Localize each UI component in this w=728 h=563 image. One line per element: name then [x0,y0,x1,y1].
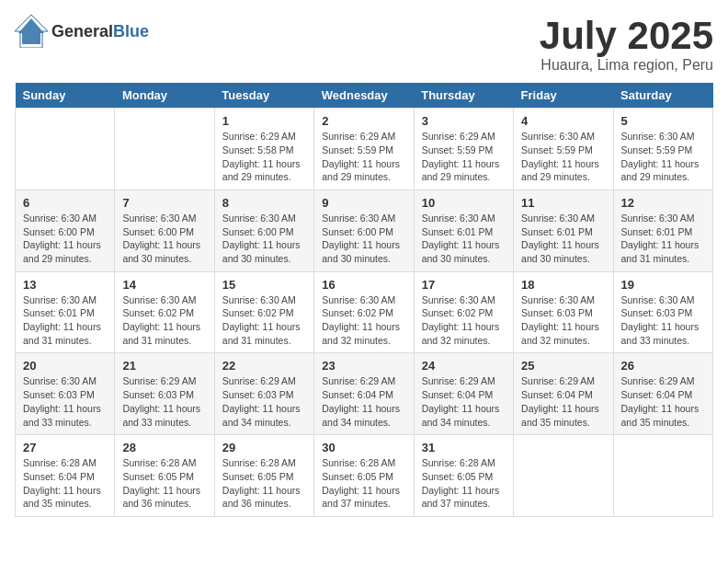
day-detail: Sunrise: 6:29 AM Sunset: 5:58 PM Dayligh… [222,130,306,184]
calendar-cell: 11Sunrise: 6:30 AM Sunset: 6:01 PM Dayli… [514,190,613,271]
calendar-cell: 31Sunrise: 6:28 AM Sunset: 6:05 PM Dayli… [414,435,513,517]
day-detail: Sunrise: 6:28 AM Sunset: 6:05 PM Dayligh… [222,456,306,511]
day-number: 27 [23,441,107,454]
calendar-cell: 19Sunrise: 6:30 AM Sunset: 6:03 PM Dayli… [613,271,712,353]
day-number: 28 [122,441,206,454]
day-detail: Sunrise: 6:29 AM Sunset: 6:03 PM Dayligh… [222,374,306,429]
calendar-cell: 30Sunrise: 6:28 AM Sunset: 6:05 PM Dayli… [314,435,414,517]
day-number: 25 [521,359,605,373]
calendar-cell [115,109,214,190]
title-block: July 2025 Huaura, Lima region, Peru [540,15,713,74]
day-detail: Sunrise: 6:30 AM Sunset: 6:01 PM Dayligh… [621,212,705,266]
calendar-cell [16,109,115,190]
day-number: 1 [222,114,306,128]
day-detail: Sunrise: 6:28 AM Sunset: 6:05 PM Dayligh… [422,456,506,511]
day-detail: Sunrise: 6:30 AM Sunset: 6:02 PM Dayligh… [122,293,206,348]
calendar-cell: 18Sunrise: 6:30 AM Sunset: 6:03 PM Dayli… [514,271,613,353]
day-number: 26 [621,359,705,373]
day-detail: Sunrise: 6:30 AM Sunset: 6:02 PM Dayligh… [222,293,306,348]
calendar-cell: 7Sunrise: 6:30 AM Sunset: 6:00 PM Daylig… [115,190,214,271]
calendar-cell: 27Sunrise: 6:28 AM Sunset: 6:04 PM Dayli… [16,435,115,517]
logo-icon [15,15,48,48]
day-number: 30 [322,441,405,454]
calendar-table: SundayMondayTuesdayWednesdayThursdayFrid… [15,83,713,517]
day-detail: Sunrise: 6:30 AM Sunset: 6:03 PM Dayligh… [621,293,705,348]
day-detail: Sunrise: 6:30 AM Sunset: 6:02 PM Dayligh… [322,293,405,348]
day-number: 21 [122,359,206,373]
weekday-header-cell: Monday [115,83,214,109]
calendar-cell: 26Sunrise: 6:29 AM Sunset: 6:04 PM Dayli… [613,353,712,435]
day-detail: Sunrise: 6:28 AM Sunset: 6:04 PM Dayligh… [23,456,107,511]
calendar-body: 1Sunrise: 6:29 AM Sunset: 5:58 PM Daylig… [16,109,713,517]
day-number: 23 [322,359,405,373]
day-detail: Sunrise: 6:30 AM Sunset: 6:03 PM Dayligh… [23,374,107,429]
weekday-header-row: SundayMondayTuesdayWednesdayThursdayFrid… [16,83,713,109]
logo-general: General [51,22,113,41]
day-detail: Sunrise: 6:29 AM Sunset: 6:04 PM Dayligh… [621,374,705,429]
day-detail: Sunrise: 6:30 AM Sunset: 6:01 PM Dayligh… [23,293,107,348]
calendar-cell: 14Sunrise: 6:30 AM Sunset: 6:02 PM Dayli… [115,271,214,353]
day-detail: Sunrise: 6:30 AM Sunset: 6:01 PM Dayligh… [422,212,506,266]
calendar-cell: 6Sunrise: 6:30 AM Sunset: 6:00 PM Daylig… [16,190,115,271]
calendar-cell: 5Sunrise: 6:30 AM Sunset: 5:59 PM Daylig… [613,109,712,190]
logo-blue: Blue [113,22,149,41]
calendar-cell: 17Sunrise: 6:30 AM Sunset: 6:02 PM Dayli… [414,271,513,353]
calendar-cell: 21Sunrise: 6:29 AM Sunset: 6:03 PM Dayli… [115,353,214,435]
day-number: 7 [122,196,206,210]
day-detail: Sunrise: 6:30 AM Sunset: 6:03 PM Dayligh… [521,293,605,348]
logo-text: General Blue [51,22,149,41]
day-number: 13 [23,278,107,292]
day-detail: Sunrise: 6:29 AM Sunset: 6:04 PM Dayligh… [422,374,506,429]
calendar-cell: 13Sunrise: 6:30 AM Sunset: 6:01 PM Dayli… [16,271,115,353]
calendar-cell: 29Sunrise: 6:28 AM Sunset: 6:05 PM Dayli… [214,435,313,517]
calendar-week-row: 1Sunrise: 6:29 AM Sunset: 5:58 PM Daylig… [16,109,713,190]
day-number: 18 [521,278,605,292]
day-detail: Sunrise: 6:29 AM Sunset: 6:03 PM Dayligh… [122,374,206,429]
day-number: 14 [122,278,206,292]
calendar-cell: 24Sunrise: 6:29 AM Sunset: 6:04 PM Dayli… [414,353,513,435]
day-number: 10 [422,196,506,210]
calendar-cell: 2Sunrise: 6:29 AM Sunset: 5:59 PM Daylig… [314,109,414,190]
calendar-week-row: 6Sunrise: 6:30 AM Sunset: 6:00 PM Daylig… [16,190,713,271]
day-number: 4 [521,114,605,128]
calendar-subtitle: Huaura, Lima region, Peru [540,57,713,74]
day-detail: Sunrise: 6:30 AM Sunset: 5:59 PM Dayligh… [621,130,705,184]
day-number: 22 [222,359,306,373]
day-detail: Sunrise: 6:29 AM Sunset: 6:04 PM Dayligh… [322,374,405,429]
calendar-cell [613,435,712,517]
calendar-cell: 1Sunrise: 6:29 AM Sunset: 5:58 PM Daylig… [214,109,313,190]
calendar-cell: 16Sunrise: 6:30 AM Sunset: 6:02 PM Dayli… [314,271,414,353]
calendar-cell: 8Sunrise: 6:30 AM Sunset: 6:00 PM Daylig… [214,190,313,271]
day-number: 12 [621,196,705,210]
day-number: 19 [621,278,705,292]
day-detail: Sunrise: 6:30 AM Sunset: 6:01 PM Dayligh… [521,212,605,266]
day-detail: Sunrise: 6:28 AM Sunset: 6:05 PM Dayligh… [322,456,405,511]
svg-marker-1 [18,18,44,44]
weekday-header-cell: Thursday [414,83,513,109]
calendar-week-row: 13Sunrise: 6:30 AM Sunset: 6:01 PM Dayli… [16,271,713,353]
weekday-header-cell: Saturday [613,83,712,109]
weekday-header-cell: Tuesday [214,83,313,109]
day-detail: Sunrise: 6:30 AM Sunset: 6:00 PM Dayligh… [122,212,206,266]
calendar-cell: 25Sunrise: 6:29 AM Sunset: 6:04 PM Dayli… [514,353,613,435]
day-number: 24 [422,359,506,373]
calendar-week-row: 27Sunrise: 6:28 AM Sunset: 6:04 PM Dayli… [16,435,713,517]
calendar-cell: 12Sunrise: 6:30 AM Sunset: 6:01 PM Dayli… [613,190,712,271]
calendar-cell: 15Sunrise: 6:30 AM Sunset: 6:02 PM Dayli… [214,271,313,353]
day-detail: Sunrise: 6:30 AM Sunset: 6:00 PM Dayligh… [222,212,306,266]
calendar-cell: 4Sunrise: 6:30 AM Sunset: 5:59 PM Daylig… [514,109,613,190]
calendar-cell: 23Sunrise: 6:29 AM Sunset: 6:04 PM Dayli… [314,353,414,435]
calendar-week-row: 20Sunrise: 6:30 AM Sunset: 6:03 PM Dayli… [16,353,713,435]
day-number: 16 [322,278,405,292]
day-number: 20 [23,359,107,373]
day-number: 5 [621,114,705,128]
day-detail: Sunrise: 6:30 AM Sunset: 5:59 PM Dayligh… [521,130,605,184]
day-number: 11 [521,196,605,210]
calendar-cell: 9Sunrise: 6:30 AM Sunset: 6:00 PM Daylig… [314,190,414,271]
day-detail: Sunrise: 6:29 AM Sunset: 5:59 PM Dayligh… [322,130,405,184]
weekday-header-cell: Wednesday [314,83,414,109]
calendar-cell [514,435,613,517]
calendar-cell: 28Sunrise: 6:28 AM Sunset: 6:05 PM Dayli… [115,435,214,517]
day-detail: Sunrise: 6:29 AM Sunset: 5:59 PM Dayligh… [422,130,506,184]
calendar-title: July 2025 [540,15,713,57]
